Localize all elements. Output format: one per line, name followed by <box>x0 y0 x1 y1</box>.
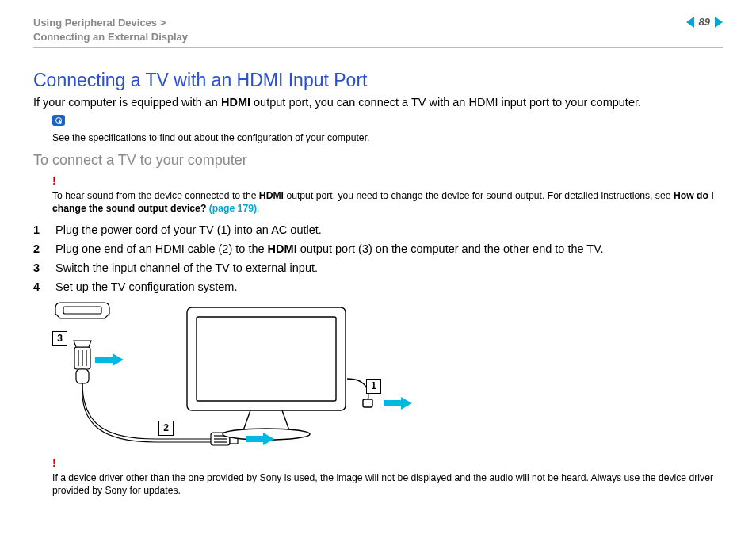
warn1-a: To hear sound from the device connected … <box>52 190 259 201</box>
warn2-text: If a device driver other than the one pr… <box>52 472 713 496</box>
step-text: Set up the TV configuration system. <box>55 280 237 293</box>
warning-icon: ! <box>52 174 723 189</box>
step-text: Switch the input channel of the TV to ex… <box>55 261 318 274</box>
warn1-bold1: HDMI <box>259 190 284 201</box>
page-number: 89 <box>699 16 710 28</box>
info-icon <box>52 115 65 126</box>
step2-a: Plug one end of an HDMI cable (2) to the <box>55 242 268 255</box>
document-page: Using Peripheral Devices > Connecting an… <box>0 0 756 534</box>
breadcrumb-line2: Connecting an External Display <box>33 31 188 43</box>
arrow-icon <box>95 353 124 366</box>
step-text: Plug the power cord of your TV (1) into … <box>55 223 322 236</box>
arrow-icon <box>384 397 412 410</box>
arrow-icon <box>246 433 274 445</box>
pager: 89 <box>686 16 723 28</box>
next-page-icon[interactable] <box>715 17 723 28</box>
step-item: 3Switch the input channel of the TV to e… <box>33 261 723 274</box>
intro-paragraph: If your computer is equipped with an HDM… <box>33 96 723 109</box>
diagram-svg <box>52 299 425 454</box>
step-item: 1Plug the power cord of your TV (1) into… <box>33 223 723 236</box>
callout-3: 3 <box>52 331 67 346</box>
warning-note-2: ! If a device driver other than the one … <box>52 456 723 498</box>
step-item: 4Set up the TV configuration system. <box>33 280 723 293</box>
section-subheading: To connect a TV to your computer <box>33 152 723 169</box>
step-number: 4 <box>33 280 43 293</box>
step-text: Plug one end of an HDMI cable (2) to the… <box>55 242 604 255</box>
warning-note-1: ! To hear sound from the device connecte… <box>52 174 723 216</box>
step-number: 1 <box>33 223 43 236</box>
warn1-c: . <box>257 203 259 214</box>
svg-rect-0 <box>63 307 101 314</box>
breadcrumb-line1: Using Peripheral Devices > <box>33 17 166 29</box>
intro-text-a: If your computer is equipped with an <box>33 96 221 109</box>
warn1-b: output port, you need to change the devi… <box>284 190 674 201</box>
intro-bold: HDMI <box>221 96 250 109</box>
svg-rect-2 <box>76 369 89 383</box>
info-note: See the specifications to find out about… <box>52 115 723 144</box>
callout-2: 2 <box>158 421 174 436</box>
svg-rect-12 <box>197 317 336 401</box>
info-note-text: See the specifications to find out about… <box>52 132 369 143</box>
step-number: 3 <box>33 261 43 274</box>
warning-icon: ! <box>52 456 723 471</box>
svg-rect-14 <box>363 399 372 407</box>
step2-b: output port (3) on the computer and the … <box>297 242 604 255</box>
steps-list: 1Plug the power cord of your TV (1) into… <box>33 223 723 293</box>
intro-text-b: output port, you can connect a TV with a… <box>250 96 641 109</box>
header-rule <box>33 47 723 48</box>
page-link[interactable]: (page 179) <box>209 203 257 214</box>
breadcrumb: Using Peripheral Devices > Connecting an… <box>33 16 188 44</box>
callout-1: 1 <box>366 379 381 394</box>
step2-bold: HDMI <box>268 242 297 255</box>
page-header: Using Peripheral Devices > Connecting an… <box>33 16 723 44</box>
prev-page-icon[interactable] <box>686 17 694 28</box>
page-title: Connecting a TV with an HDMI Input Port <box>33 70 723 91</box>
connection-diagram: 3 2 1 <box>52 299 425 454</box>
step-number: 2 <box>33 242 43 255</box>
step-item: 2Plug one end of an HDMI cable (2) to th… <box>33 242 723 255</box>
